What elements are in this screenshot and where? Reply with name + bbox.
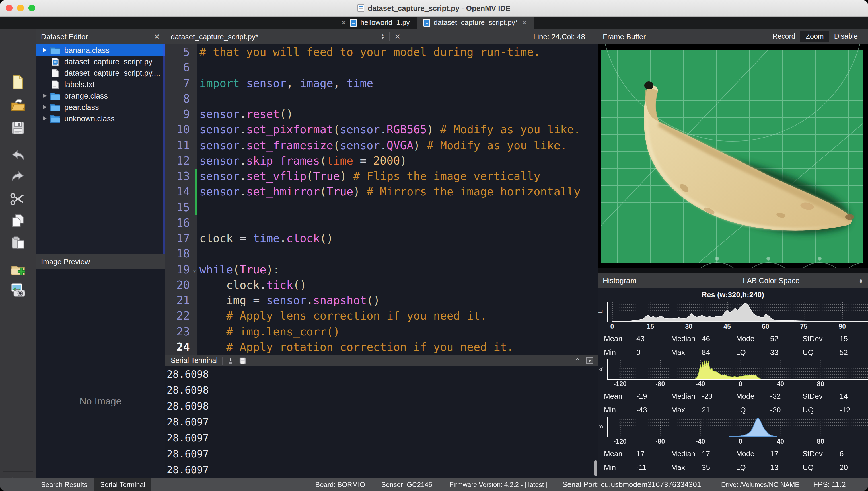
tree-item-orange-class[interactable]: orange.class	[36, 90, 165, 102]
code-line-6[interactable]	[197, 60, 598, 76]
save-icon[interactable]	[10, 120, 26, 136]
line-number: 21	[165, 293, 197, 309]
window-title: dataset_capture_script.py - OpenMV IDE	[368, 4, 510, 12]
code-line-13[interactable]: sensor.set_vflip(True) # Flips the image…	[197, 169, 598, 184]
open-folder-icon[interactable]	[10, 97, 26, 113]
python-file-icon	[350, 19, 357, 27]
stat-label: Mode	[736, 392, 770, 400]
code-area[interactable]: 5678910111213141516171819⌄202122232425 #…	[165, 45, 598, 355]
close-window-button[interactable]	[6, 5, 12, 11]
stat-label: Max	[671, 348, 702, 356]
collapse-terminal-icon[interactable]: ⌃	[575, 356, 581, 365]
new-file-icon[interactable]	[10, 75, 26, 90]
detach-terminal-icon[interactable]: ▼	[586, 357, 593, 364]
code-line-24[interactable]: # Apply rotation correction if you need …	[197, 340, 598, 355]
save-log-icon[interactable]	[239, 357, 247, 364]
status-tab-serial-terminal[interactable]: Serial Terminal	[94, 478, 151, 491]
code-line-19[interactable]: while(True):	[197, 262, 598, 278]
disable-button[interactable]: Disable	[829, 31, 863, 42]
code-line-11[interactable]: sensor.set_framesize(sensor.QVGA) # Modi…	[197, 138, 598, 153]
copy-icon[interactable]	[10, 213, 26, 228]
doc-switcher-spinner[interactable]: ▲▼	[381, 34, 385, 39]
tree-item-unknown-class[interactable]: unknown.class	[36, 113, 165, 124]
fold-arrow-icon[interactable]: ⌄	[193, 262, 196, 278]
code-line-15[interactable]	[197, 200, 598, 215]
zoom-button[interactable]: Zoom	[801, 31, 829, 42]
stat-label: StDev	[803, 449, 840, 458]
code-line-10[interactable]: sensor.set_pixformat(sensor.RGB565) # Mo…	[197, 122, 598, 138]
histogram-channel-a: A-120-80-4004080Mean-19Median-23Mode-32S…	[598, 359, 868, 417]
stat-value: -12	[840, 405, 867, 414]
record-button[interactable]: Record	[767, 31, 801, 42]
code-line-5[interactable]: # that you will feed to your model durin…	[197, 45, 598, 60]
clear-terminal-icon[interactable]	[227, 357, 235, 364]
channel-plot	[607, 302, 868, 322]
code-line-21[interactable]: img = sensor.snapshot()	[197, 293, 598, 309]
code-line-8[interactable]	[197, 91, 598, 107]
expand-triangle-icon[interactable]	[43, 105, 47, 109]
channel-label: B	[598, 425, 604, 429]
editor-tab[interactable]: dataset_capture_script.py*✕	[416, 17, 534, 29]
tree-item-label: dataset_capture_script.py....	[64, 69, 160, 77]
tree-item-label: labels.txt	[64, 80, 95, 89]
new-class-folder-icon[interactable]	[10, 262, 26, 278]
code-line-17[interactable]: clock = time.clock()	[197, 231, 598, 247]
expand-triangle-icon[interactable]	[43, 116, 47, 121]
line-number: 8	[165, 91, 197, 107]
tree-item-pear-class[interactable]: pear.class	[36, 102, 165, 113]
dataset-tree: banana.classdataset_capture_script.pydat…	[36, 45, 165, 254]
editor-tab[interactable]: ✕helloworld_1.py	[334, 17, 416, 29]
serial-output-line: 28.6098	[165, 398, 598, 414]
serial-scrollbar-thumb[interactable]	[594, 460, 597, 476]
tree-item-label: pear.class	[64, 103, 99, 111]
paste-icon[interactable]	[10, 235, 26, 251]
code-line-18[interactable]	[197, 247, 598, 262]
cut-icon[interactable]	[10, 192, 26, 207]
editor-doc-title[interactable]: dataset_capture_script.py*	[171, 32, 258, 41]
code-line-14[interactable]: sensor.set_hmirror(True) # Mirrors the i…	[197, 184, 598, 200]
no-image-placeholder: No Image	[36, 396, 165, 407]
tree-item-dataset-capture-script-py-[interactable]: dataset_capture_script.py....	[36, 67, 165, 79]
stat-label: Mean	[604, 392, 637, 400]
stat-value: -32	[770, 392, 803, 400]
color-space-select[interactable]: LAB Color Space	[743, 276, 799, 285]
axis-tick-label: -80	[655, 438, 665, 445]
code-line-23[interactable]: # img.lens_corr()	[197, 324, 598, 340]
line-number: 9	[165, 107, 197, 122]
code-line-20[interactable]: clock.tick()	[197, 278, 598, 293]
expand-triangle-icon[interactable]	[43, 93, 47, 98]
axis-tick-label: -80	[655, 380, 665, 387]
color-space-spinner-icon[interactable]: ▲▼	[859, 278, 863, 283]
stat-value: -43	[637, 405, 671, 414]
tree-item-labels-txt[interactable]: labels.txt	[36, 79, 165, 90]
capture-image-icon[interactable]	[10, 283, 26, 298]
tab-close-icon[interactable]: ✕	[521, 19, 527, 27]
code-line-9[interactable]: sensor.reset()	[197, 107, 598, 122]
status-tab-search-results[interactable]: Search Results	[35, 478, 93, 491]
minimize-window-button[interactable]	[17, 5, 24, 11]
code-line-7[interactable]: import sensor, image, time	[197, 76, 598, 91]
axis-tick-label: 0	[739, 438, 742, 445]
undo-icon[interactable]	[10, 148, 26, 164]
code-line-22[interactable]: # Apply lens correction if you need it.	[197, 309, 598, 324]
tree-item-banana-class[interactable]: banana.class	[36, 45, 165, 56]
axis-tick-label: -120	[614, 380, 627, 387]
axis-tick-label: -40	[695, 380, 705, 387]
tab-close-icon[interactable]: ✕	[341, 19, 347, 27]
code-line-12[interactable]: sensor.skip_frames(time = 2000)	[197, 153, 598, 169]
resolution-label: Res (w:320,h:240)	[598, 288, 868, 302]
zoom-window-button[interactable]	[28, 5, 35, 11]
expand-triangle-icon[interactable]	[43, 48, 47, 52]
tree-item-dataset-capture-script-py[interactable]: dataset_capture_script.py	[36, 56, 165, 67]
line-number: 10	[165, 122, 197, 138]
redo-icon[interactable]	[10, 169, 26, 184]
line-number: 7	[165, 76, 197, 91]
code-line-16[interactable]	[197, 215, 598, 231]
line-number: 24	[165, 340, 197, 355]
serial-terminal-output[interactable]: 28.609828.609828.609828.609728.609728.60…	[165, 366, 598, 478]
tab-label: dataset_capture_script.py*	[434, 19, 518, 27]
stat-value: 0	[637, 348, 671, 356]
close-icon[interactable]: ✕	[154, 32, 160, 41]
close-editor-icon[interactable]: ✕	[395, 32, 401, 41]
stat-label: LQ	[736, 463, 770, 471]
